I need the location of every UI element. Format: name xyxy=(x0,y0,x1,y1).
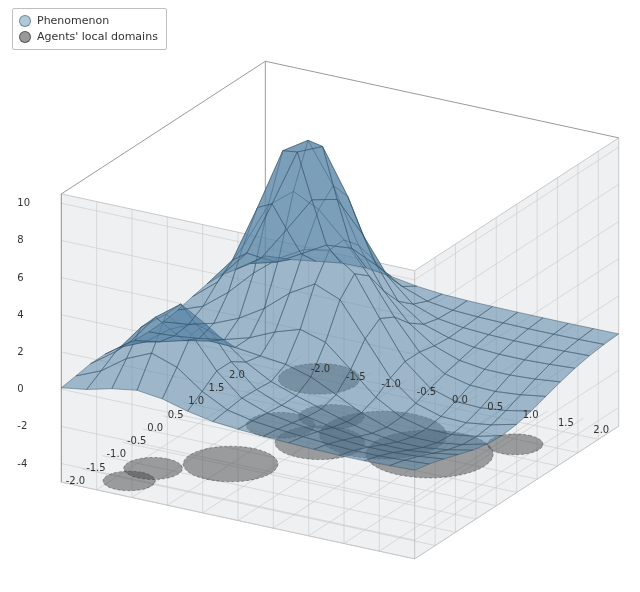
plot-svg xyxy=(0,0,640,592)
legend: Phenomenon Agents' local domains xyxy=(12,8,167,50)
legend-item-phenomenon: Phenomenon xyxy=(19,13,158,29)
disk-swatch xyxy=(19,31,31,43)
phenomenon-swatch xyxy=(19,15,31,27)
plot-3d: -4-20246810 -2.0-1.5-1.0-0.50.00.51.01.5… xyxy=(0,0,640,592)
legend-item-agents-domains: Agents' local domains xyxy=(19,29,158,45)
legend-label: Agents' local domains xyxy=(37,29,158,45)
legend-label: Phenomenon xyxy=(37,13,109,29)
